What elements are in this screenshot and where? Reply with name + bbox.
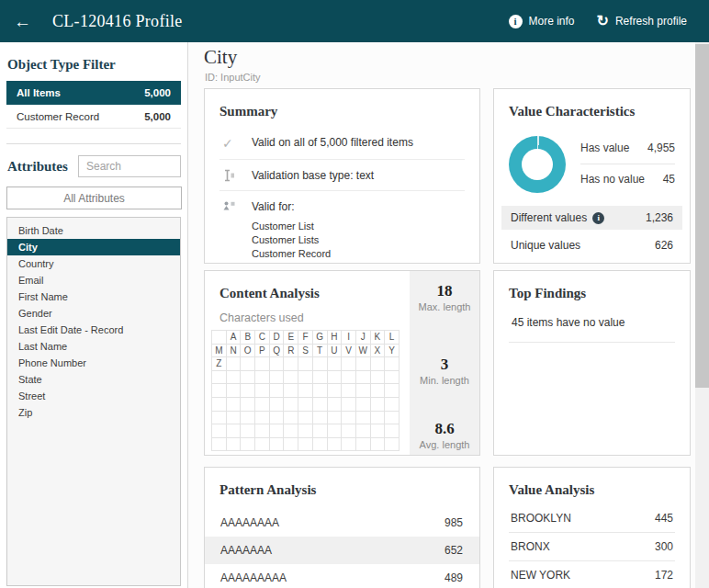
attribute-item-last-name[interactable]: Last Name	[7, 338, 180, 355]
char-cell	[227, 412, 242, 425]
refresh-profile-button[interactable]: ↻ Refresh profile	[597, 14, 687, 28]
value-row[interactable]: BRONX 300	[509, 533, 675, 561]
attribute-id: ID: InputCity	[205, 72, 261, 83]
char-cell	[371, 412, 386, 425]
value-row[interactable]: BROOKLYN 445	[509, 504, 675, 533]
summary-valid-for-row: Valid for: Customer List Customer Lists …	[219, 190, 465, 269]
attribute-item-birth-date[interactable]: Birth Date	[7, 222, 180, 239]
attribute-item-zip[interactable]: Zip	[7, 404, 180, 421]
attribute-item-first-name[interactable]: First Name	[7, 288, 180, 305]
char-cell	[298, 371, 313, 385]
more-info-button[interactable]: i More info	[509, 15, 575, 28]
char-cell: S	[298, 345, 313, 358]
attribute-item-street[interactable]: Street	[7, 388, 180, 404]
char-cell: V	[342, 345, 356, 358]
attributes-heading: Attributes	[7, 159, 78, 175]
char-cell	[313, 357, 328, 371]
char-cell	[284, 357, 298, 371]
attribute-item-last-edit-date-record[interactable]: Last Edit Date - Record	[7, 322, 180, 338]
pattern-text: AAAAAAAA	[220, 516, 279, 529]
char-cell	[385, 398, 400, 412]
char-cell	[255, 371, 270, 385]
unique-values-label: Unique values	[511, 239, 580, 252]
valid-for-item: Customer List	[252, 220, 331, 233]
char-cell	[284, 438, 298, 452]
pattern-row[interactable]: AAAAAAA 652	[205, 537, 479, 564]
char-cell	[255, 412, 270, 425]
char-cell	[212, 412, 227, 425]
char-cell	[241, 398, 255, 412]
unique-values-row: Unique values 626	[501, 233, 682, 257]
search-input[interactable]	[78, 155, 181, 177]
char-cell	[212, 398, 227, 412]
char-cell	[371, 384, 386, 398]
char-cell	[356, 398, 371, 412]
has-no-value-row: Has no value 45	[580, 164, 675, 195]
text-cursor-icon	[219, 169, 252, 182]
char-cell	[255, 357, 270, 371]
pattern-row[interactable]: AAAAAAAAA 489	[205, 564, 479, 588]
char-cell	[270, 371, 285, 385]
char-cell	[328, 412, 343, 425]
filter-label: All Items	[17, 87, 61, 98]
char-cell	[284, 424, 298, 438]
attribute-item-state[interactable]: State	[7, 371, 180, 388]
refresh-icon: ↻	[597, 14, 609, 28]
char-cell	[241, 357, 255, 371]
char-cell	[241, 424, 255, 438]
donut-chart	[509, 136, 566, 193]
objects-icon	[219, 200, 252, 261]
all-attributes-button[interactable]: All Attributes	[6, 187, 182, 209]
attribute-item-phone-number[interactable]: Phone Number	[7, 355, 180, 371]
vertical-scrollbar[interactable]	[695, 42, 709, 588]
value-row[interactable]: NEW YORK 172	[509, 561, 675, 588]
char-cell	[328, 357, 343, 371]
has-value-count: 4,955	[647, 141, 675, 154]
char-cell	[328, 371, 343, 385]
top-findings-card: Top Findings 45 items have no value	[493, 270, 691, 456]
has-no-value-label: Has no value	[580, 173, 645, 186]
value-text: NEW YORK	[511, 569, 570, 582]
char-cell: I	[342, 331, 356, 345]
pattern-text: AAAAAAAAA	[220, 571, 287, 584]
char-cell	[313, 384, 328, 398]
value-analysis-card: Value Analysis BROOKLYN 445 BRONX 300 NE…	[493, 467, 691, 588]
char-cell	[241, 384, 255, 398]
finding-item[interactable]: 45 items have no value	[509, 316, 675, 343]
back-icon[interactable]: ←	[14, 13, 31, 30]
char-cell	[298, 438, 313, 452]
scrollbar-thumb[interactable]	[695, 44, 709, 388]
char-cell	[241, 371, 255, 385]
sidebar-divider	[6, 143, 181, 144]
char-cell	[385, 384, 400, 398]
summary-valid-text: Valid on all of 5,000 filtered items	[252, 136, 413, 151]
pattern-analysis-title: Pattern Analysis	[205, 468, 479, 498]
info-icon[interactable]: i	[592, 212, 604, 224]
char-cell	[298, 357, 313, 371]
has-no-value-count: 45	[663, 173, 675, 186]
char-cell	[342, 371, 356, 385]
app-bar: ← CL-120416 Profile i More info ↻ Refres…	[0, 0, 709, 42]
filter-row-customer-record[interactable]: Customer Record 5,000	[6, 105, 181, 129]
different-values-row[interactable]: Different values i 1,236	[501, 206, 682, 230]
char-cell	[255, 398, 270, 412]
attribute-item-city[interactable]: City	[7, 239, 180, 255]
content-analysis-card: Content Analysis Characters used ABCDEFG…	[204, 270, 480, 456]
refresh-profile-label: Refresh profile	[615, 15, 687, 28]
char-cell: U	[328, 345, 343, 358]
more-info-label: More info	[529, 15, 575, 28]
pattern-row[interactable]: AAAAAAAA 985	[205, 509, 479, 537]
value-text: BROOKLYN	[511, 512, 571, 525]
attribute-item-email[interactable]: Email	[7, 272, 180, 288]
char-cell: Q	[270, 345, 285, 358]
attribute-item-country[interactable]: Country	[7, 255, 180, 272]
filter-row-all-items[interactable]: All Items 5,000	[6, 81, 181, 105]
char-cell	[342, 424, 356, 438]
char-cell	[342, 398, 356, 412]
pattern-count: 489	[445, 571, 463, 584]
char-cell	[298, 398, 313, 412]
sidebar: Object Type Filter All Items 5,000 Custo…	[0, 42, 188, 588]
attribute-item-gender[interactable]: Gender	[7, 305, 180, 322]
char-cell	[385, 438, 400, 452]
char-cell	[212, 438, 227, 452]
